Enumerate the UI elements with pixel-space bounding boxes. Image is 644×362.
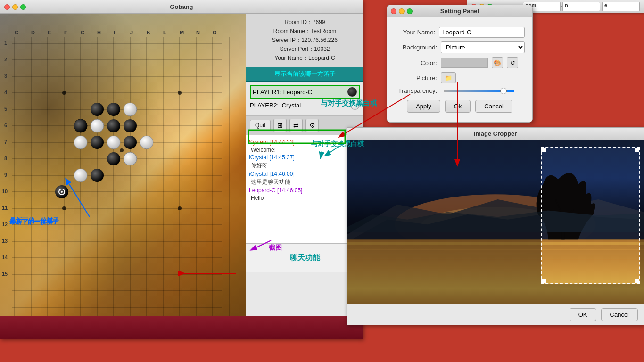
game-board[interactable]: C D E F G H I J K L M N O C D E F G H I …	[0, 14, 246, 327]
partial-buttons: oom n e	[523, 2, 640, 11]
cropper-cancel-button[interactable]: Cancel	[601, 308, 638, 321]
slider-container	[441, 90, 525, 92]
apply-button[interactable]: Apply	[407, 100, 440, 113]
svg-point-33	[178, 91, 182, 95]
cropper-body[interactable]	[347, 140, 644, 304]
svg-point-40	[107, 119, 120, 132]
crop-corner-tl[interactable]	[541, 148, 546, 152]
transparency-slider[interactable]	[444, 90, 514, 92]
row-9: 9	[4, 172, 7, 178]
svg-point-44	[124, 136, 137, 149]
name-label: Your Name:	[395, 29, 435, 36]
row-5: 5	[4, 106, 7, 112]
col-N: N	[196, 30, 200, 35]
setting-titlebar: Setting Panel	[387, 5, 532, 17]
cancel-button[interactable]: Cancel	[475, 100, 512, 113]
svg-point-36	[120, 148, 124, 152]
setting-close[interactable]	[391, 8, 396, 14]
folder-icon[interactable]: 📁	[441, 72, 456, 83]
main-titlebar: Gobang	[0, 0, 363, 14]
col-M: M	[180, 30, 184, 35]
second-field3[interactable]: e	[602, 2, 640, 11]
chat-msg-0: System [14:44:33]	[249, 139, 361, 146]
transparency-label: Transparency:	[395, 87, 437, 94]
col-D: D	[31, 30, 35, 35]
color-label: Color:	[395, 59, 437, 66]
row-12: 12	[2, 222, 8, 227]
svg-point-53	[124, 152, 137, 165]
col-K: K	[147, 30, 150, 35]
chat-input-area[interactable]: 聊天功能	[246, 244, 363, 272]
name-row: Your Name:	[395, 27, 525, 38]
row-15: 15	[2, 271, 8, 277]
row-4: 4	[4, 90, 8, 95]
cropper-ok-button[interactable]: OK	[570, 308, 596, 321]
name-input[interactable]	[439, 27, 525, 38]
svg-point-49	[107, 136, 120, 149]
col-L: L	[163, 30, 166, 35]
row-10: 10	[2, 189, 8, 194]
row-6: 6	[4, 123, 7, 128]
setting-min[interactable]	[399, 8, 405, 14]
setting-title: Setting Panel	[440, 8, 479, 15]
cropper-footer: OK Cancel	[347, 304, 644, 325]
chat-area: System [14:44:33] Welcome! iCrystal [14:…	[246, 135, 363, 244]
crop-corner-tr[interactable]	[635, 148, 639, 152]
room-id: Room ID：7699	[251, 18, 359, 26]
crop-corner-bl[interactable]	[541, 279, 546, 283]
player1-stone	[347, 87, 357, 97]
ok-button[interactable]: Ok	[445, 100, 471, 113]
svg-point-50	[74, 136, 87, 149]
row-13: 13	[2, 238, 8, 244]
svg-point-46	[91, 169, 104, 182]
col-G: G	[81, 30, 85, 35]
quit-button[interactable]: Quit	[250, 120, 271, 131]
svg-point-34	[62, 206, 66, 210]
color-row: Color: 🎨 ↺	[395, 57, 525, 68]
crop-corner-br[interactable]	[635, 279, 639, 283]
col-C: C	[15, 30, 18, 35]
background-label: Background:	[395, 44, 437, 51]
svg-point-48	[91, 119, 104, 132]
player2-row: PLAYER2: iCrystal	[250, 99, 360, 112]
color-reset-icon[interactable]: ↺	[507, 57, 518, 68]
picture-label: Picture:	[395, 74, 437, 82]
setting-buttons: Apply Ok Cancel	[395, 100, 525, 116]
background-select[interactable]: Picture Color	[441, 41, 525, 53]
second-field2[interactable]: n	[562, 2, 600, 11]
col-F: F	[64, 30, 67, 35]
svg-point-43	[124, 119, 137, 132]
svg-point-32	[62, 91, 66, 95]
main-win-buttons	[4, 4, 26, 10]
row-3: 3	[4, 73, 7, 79]
board-grid-svg[interactable]: C D E F G H I J K L M N O C D E F G H I …	[0, 27, 246, 327]
settings-button[interactable]: ⚙	[305, 119, 319, 132]
minimize-button[interactable]	[12, 4, 18, 10]
screenshot-button[interactable]: ⊞	[273, 119, 287, 132]
setting-max[interactable]	[407, 8, 413, 14]
color-swatch[interactable]	[441, 58, 488, 68]
crop-selection[interactable]	[541, 147, 640, 284]
chat-msg-1: Welcome!	[249, 147, 361, 153]
col-O: O	[213, 30, 217, 35]
main-title: Gobang	[170, 3, 193, 10]
room-name: Room Name：TestRoom	[251, 27, 359, 35]
svg-point-35	[178, 206, 182, 210]
server-ip: Server IP：120.76.56.226	[251, 36, 359, 44]
maximize-button[interactable]	[20, 4, 26, 10]
col-I: I	[114, 30, 115, 35]
toolbar: Quit ⊞ ⇄ ⚙	[246, 116, 363, 135]
svg-point-39	[91, 136, 104, 149]
image-cropper: Image Cropper	[347, 127, 644, 325]
player2-label: PLAYER2: iCrystal	[250, 102, 301, 109]
row-8: 8	[4, 156, 7, 161]
close-button[interactable]	[4, 4, 10, 10]
server-port: Server Port：10032	[251, 45, 359, 53]
setting-panel: Setting Panel Your Name: Background: Pic…	[387, 5, 533, 123]
row-14: 14	[2, 255, 8, 260]
color-picker-icon[interactable]: 🎨	[492, 57, 503, 68]
cropper-title: Image Cropper	[474, 130, 517, 137]
slider-thumb[interactable]	[500, 88, 507, 94]
main-gobang-window: Gobang C D E F G H I J K L M N O C D E F…	[0, 0, 363, 339]
exchange-button[interactable]: ⇄	[289, 119, 303, 132]
